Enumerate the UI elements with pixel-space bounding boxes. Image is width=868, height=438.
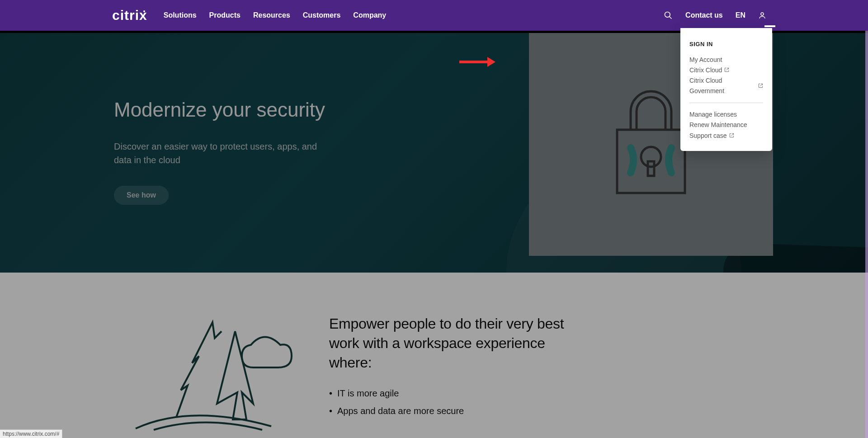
nav-resources[interactable]: Resources [253,11,290,19]
logo-text: citrix [112,8,147,23]
header-bar: citrix Solutions Products Resources Cust… [0,0,868,31]
dropdown-item-label: Support case [689,131,727,141]
dropdown-item-label: Renew Maintenance [689,120,747,130]
nav-products[interactable]: Products [209,11,241,19]
dropdown-item-my-account[interactable]: My Account [689,55,763,65]
status-bar-url: https://www.citrix.com/# [0,429,62,438]
external-link-icon [758,81,763,91]
sign-in-dropdown: SIGN IN My Account Citrix Cloud Citrix C… [680,28,772,151]
dropdown-tab-indicator [764,25,775,27]
dropdown-item-manage-licenses[interactable]: Manage licenses [689,109,763,120]
user-icon [758,11,766,19]
dropdown-item-renew-maintenance[interactable]: Renew Maintenance [689,120,763,130]
svg-point-2 [761,13,764,15]
logo[interactable]: citrix [112,8,147,23]
main-nav: Solutions Products Resources Customers C… [164,11,387,19]
dropdown-item-label: My Account [689,55,722,65]
contact-us-link[interactable]: Contact us [685,11,723,19]
svg-point-0 [665,12,670,18]
dropdown-divider [689,103,763,103]
nav-solutions[interactable]: Solutions [164,11,197,19]
search-icon[interactable] [664,11,673,20]
scrollbar[interactable] [865,31,868,438]
nav-customers[interactable]: Customers [303,11,341,19]
nav-company[interactable]: Company [353,11,386,19]
dropdown-item-label: Manage licenses [689,109,737,120]
dropdown-primary-list: My Account Citrix Cloud Citrix Cloud Gov… [689,55,763,96]
dropdown-secondary-list: Manage licenses Renew Maintenance Suppor… [689,109,763,141]
logo-dot-icon [143,10,145,12]
svg-line-1 [670,17,672,19]
dropdown-item-citrix-cloud-gov[interactable]: Citrix Cloud Government [689,75,763,96]
language-selector[interactable]: EN [736,11,745,19]
external-link-icon [729,131,734,141]
dropdown-item-label: Citrix Cloud Government [689,75,756,96]
dropdown-item-label: Citrix Cloud [689,65,722,75]
annotation-arrow-icon [459,57,495,67]
dropdown-title: SIGN IN [689,41,763,47]
external-link-icon [724,65,729,75]
dropdown-item-support-case[interactable]: Support case [689,131,763,141]
dropdown-item-citrix-cloud[interactable]: Citrix Cloud [689,65,763,75]
